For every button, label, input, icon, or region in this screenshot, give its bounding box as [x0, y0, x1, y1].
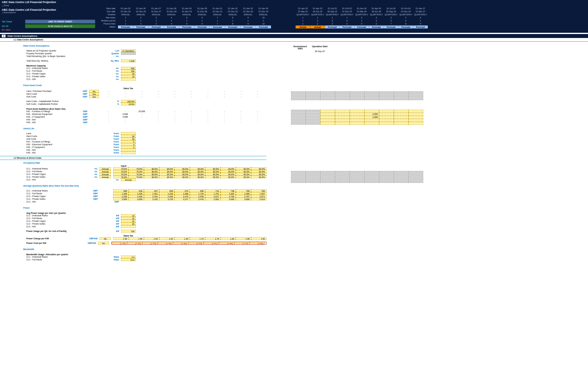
data-row: CL2 - Full Racksno.Annual70.0%75.0%80.0%… [0, 170, 266, 173]
data-row: Hard Costs - Capitalizable Portion%100.0… [0, 100, 266, 103]
quarterly-row [291, 177, 511, 180]
input-cell[interactable]: 50 [121, 135, 136, 138]
data-row: Hard CostsYears50 [0, 135, 266, 138]
input-cell[interactable]: 25 [121, 220, 136, 222]
data-row: FA4 - N/AGBP--------- [0, 118, 266, 121]
data-row: FA3 - IT EquipmentYears5 [0, 146, 266, 149]
data-row: FA5 - N/AGBP--------- [0, 121, 266, 124]
data-row: FA3 - IT EquipmentGBP-5,000-------- [0, 115, 266, 118]
quarterly-row [291, 180, 511, 183]
data-row: LandYears- [0, 132, 266, 135]
data-row: FA5 - N/AYears [0, 151, 266, 154]
input-cell[interactable]: 15 [121, 214, 136, 217]
input-cell[interactable]: Yes [89, 93, 99, 95]
data-row: CL4 - Private SuiteskW35 [0, 222, 266, 225]
section-1-header: 1Data Centre Assumptions [0, 34, 588, 38]
data-row: Status at 1st Projection QuarterListIn O… [0, 49, 266, 52]
data-row: CL5 - N/AkW [0, 225, 266, 228]
data-row: Hard CostsGBPYes---------- [0, 93, 266, 95]
data-row: CL4 - Private SuitesGBP3,0003,0903,1833,… [0, 198, 266, 200]
h-ul: Useful Life [0, 127, 266, 130]
input-cell[interactable] [121, 225, 136, 228]
input-cell[interactable]: 5 [121, 140, 136, 143]
data-row: FA4 - N/AYears [0, 149, 266, 151]
input-cell[interactable]: 4 [121, 143, 136, 146]
input-cell[interactable]: No [100, 237, 111, 240]
input-cell[interactable]: 25 [121, 217, 136, 220]
timeline-header: Start date01-Jan-2501-Jan-2601-Jan-2701-… [97, 7, 588, 33]
input-cell[interactable]: 15.0 [121, 258, 136, 261]
input-cell[interactable]: 5 [121, 146, 136, 149]
data-row: CL4 - Private Suitesno.10 [0, 75, 266, 78]
quarterly-row [291, 110, 511, 112]
input-cell[interactable]: 10.0% [121, 103, 136, 105]
input-cell[interactable]: 1,500 [121, 59, 136, 62]
data-row: FA2 - Electronic EquipmentGBP-6,000-----… [0, 113, 266, 115]
input-cell[interactable]: Annual [100, 170, 111, 173]
input-cell[interactable]: 2.4 [121, 256, 136, 258]
h-occ: Occupancy Rate [0, 162, 266, 164]
h-power: Power [0, 207, 266, 209]
check-err: Err: Alert: [2, 29, 23, 31]
input-cell[interactable] [121, 149, 136, 151]
input-cell[interactable]: No [89, 90, 99, 93]
input-cell[interactable]: - [121, 132, 136, 135]
dev-op-header: Development StartOperation Start [291, 45, 511, 50]
sub-1-1: 1.1 Data Centre Assumptions [0, 38, 588, 42]
input-cell[interactable]: Yes [89, 95, 99, 98]
data-row: Property Purchase QuarterQuarter [0, 52, 266, 55]
data-row: Power Usage per Qtr. for rest of Facilit… [0, 230, 266, 233]
input-cell[interactable]: 500 [121, 67, 136, 70]
input-cell[interactable]: Annual [100, 173, 111, 176]
breadcrumb-2: i_Assumptions [2, 11, 95, 13]
data-row: CL3 - Private Cagesno.Annual70.0%75.0%80… [0, 173, 266, 176]
check-ok: OK OK [2, 25, 23, 27]
avg-power: Avg Power Usage per User per Quarter [0, 212, 266, 214]
data-row: Soft Costs - Capitalizable Portion%10.0% [0, 103, 266, 105]
file-checks-button[interactable]: All file checks & alerts OK [25, 24, 95, 28]
data-row: CL1 - Individual RacksGbps2.4 [0, 256, 266, 258]
data-row: Total Area (Sq. Meters)Sq. Mtrs1,500 [0, 59, 266, 62]
input-cell[interactable]: 35 [121, 222, 136, 225]
h-dca: Data Centre Assumptions [0, 45, 266, 47]
sub-1-2: 1.2 Revenue & Direct Costs [0, 156, 266, 160]
h-fac: Fixed Asset Costs [0, 84, 266, 86]
data-row: Land / Premises PurchaseGBPNo---------- [0, 90, 266, 93]
data-row: Soft CostsGBPYes---------- [0, 95, 266, 98]
data-row: CL3 - Private Cagesno.50 [0, 72, 266, 75]
data-row: FA1 - Furniture & FittingsGBP--20,000---… [0, 110, 266, 113]
maxcap: Maximum Capacity [0, 65, 266, 67]
breadcrumb-1: i_Setup [0, 4, 588, 7]
input-cell[interactable] [121, 151, 136, 154]
input-cell[interactable]: 150 [121, 230, 136, 233]
link-front-sheet-button[interactable]: LINK TO FRONT SHEET [25, 20, 95, 24]
data-row: CL2 - Full Racksno.100 [0, 70, 266, 72]
data-row: FA1 - Furniture & FittingsYears5 [0, 140, 266, 143]
input-cell[interactable]: 100 [121, 70, 136, 72]
quarterly-row [291, 122, 511, 125]
data-row: CL1 - Individual Racksno.Annual70.0%75.0… [0, 167, 266, 170]
data-row: CL2 - Full RackskW25 [0, 217, 266, 220]
input-cell[interactable] [121, 52, 136, 55]
data-row: CL2 - Full RacksGBP1,5001,5451,5911,6391… [0, 192, 266, 195]
data-row: FA2 - Electronic EquipmentYears4 [0, 143, 266, 146]
quarterly-row [291, 174, 511, 177]
app-title: ABC Data Centre Ltd Financial Projection [0, 0, 588, 4]
quarterly-row [291, 94, 511, 97]
input-cell[interactable]: Annual [121, 178, 136, 181]
input-cell[interactable]: 100.0% [121, 100, 136, 103]
input-cell[interactable]: Annual [100, 167, 111, 170]
quarterly-row: 5,000 [291, 116, 511, 119]
quarterly-row: 6,000 [291, 113, 511, 115]
tab-check-label: Tab Check [2, 21, 23, 23]
input-cell[interactable]: 50 [121, 138, 136, 140]
data-row: Power Charge per KWGBP/kWNo1.501.551.591… [0, 237, 266, 240]
input-cell[interactable] [121, 78, 136, 81]
quarterly-row [291, 97, 511, 100]
input-cell[interactable]: Annual [100, 176, 111, 178]
input-cell[interactable]: In Operation [121, 49, 136, 52]
input-cell[interactable]: 10 [121, 75, 136, 78]
data-row: CL1 - Individual RacksGBP600618637656675… [0, 189, 266, 192]
quarterly-row [291, 119, 511, 122]
input-cell[interactable]: 50 [121, 72, 136, 75]
